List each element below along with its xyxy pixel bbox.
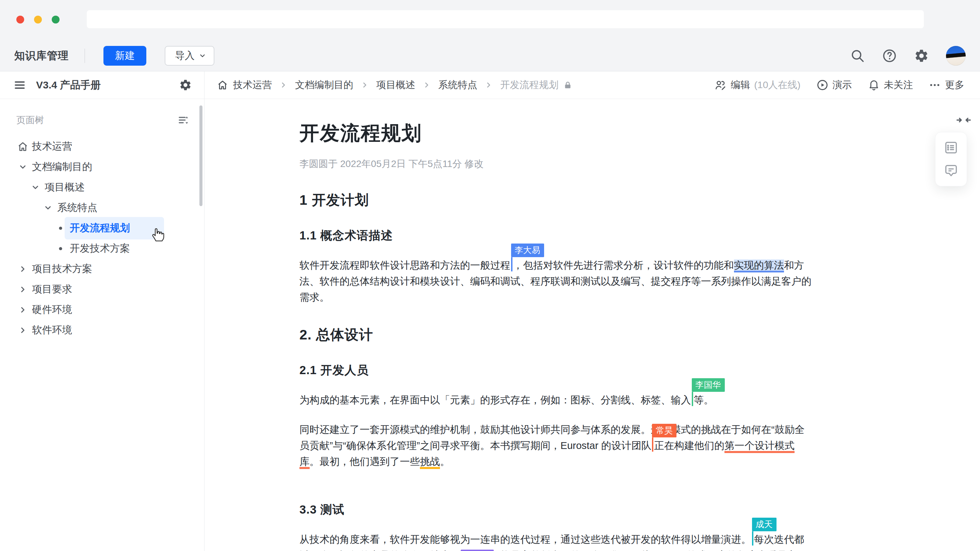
breadcrumb-item: 开发流程规划 — [500, 79, 558, 92]
follow-action[interactable]: 未关注 — [868, 79, 913, 92]
doc-text: 等。 — [694, 394, 714, 405]
chevron-right-icon — [16, 265, 30, 273]
sidebar-item[interactable]: 项目概述 — [0, 177, 204, 198]
edit-action[interactable]: 编辑 (10人在线) — [714, 79, 800, 92]
collab-cursor-label: 孙天扬 — [461, 549, 494, 551]
sidebar-item-label: 项目要求 — [32, 283, 72, 296]
breadcrumb-item[interactable]: 系统特点 — [438, 79, 477, 92]
help-icon[interactable] — [882, 48, 897, 63]
home-icon — [16, 141, 30, 152]
doc-byline: 李圆圆于 2022年05月2日 下午5点11分 修改 — [299, 157, 830, 170]
collab-cursor-label: 李国华 — [692, 378, 725, 392]
sidebar-item[interactable]: 开发技术方案 — [0, 238, 204, 259]
sidebar-item-label: 硬件环境 — [32, 303, 72, 317]
doc-heading: 3.3 测试 — [299, 502, 830, 518]
close-window-button[interactable] — [16, 16, 24, 24]
doc-heading: 2.1 开发人员 — [299, 362, 830, 378]
chevron-right-icon — [279, 81, 288, 89]
new-button[interactable]: 新建 — [103, 46, 146, 66]
collab-caret: 李大易 — [511, 257, 512, 272]
collab-caret: 常昊 — [652, 437, 653, 452]
zoom-window-button[interactable] — [52, 16, 60, 24]
collab-caret: 李国华 — [692, 392, 693, 406]
space-settings-icon[interactable] — [179, 79, 192, 92]
doc-text: 这产品可能是完整版本号的一个子集，但从 project 的或用户的角度来看是实用 — [460, 549, 807, 551]
more-dots-icon — [929, 79, 941, 91]
present-action[interactable]: 演示 — [816, 79, 852, 92]
import-button[interactable]: 导入 — [165, 46, 215, 66]
chevron-down-icon — [199, 52, 206, 60]
doc-actions: 编辑 (10人在线) 演示 未关注 更多 — [714, 79, 964, 92]
marked-text: 实现的算法 — [734, 259, 784, 272]
doc-text-line: 软件开发流程即软件设计思路和方法的一般过程李大易，包括对软件先进行需求分析，设计… — [299, 257, 830, 273]
import-button-label: 导入 — [175, 49, 195, 63]
sidebar-item-label: 文档编制目的 — [32, 160, 92, 174]
sidebar-item-label: 项目技术方案 — [32, 262, 92, 276]
doc-text-line: 库。最初，他们遇到了一些挑战。 — [299, 453, 830, 469]
edit-label: 编辑 — [730, 79, 750, 92]
content-area: 技术运营文档编制目的项目概述系统特点开发流程规划 编辑 (10人在线) 演示 未… — [205, 71, 980, 551]
minimize-window-button[interactable] — [34, 16, 42, 24]
chevron-down-icon — [41, 203, 55, 212]
sidebar-item[interactable]: 硬件环境 — [0, 300, 204, 320]
doc-heading: 2. 总体设计 — [299, 326, 830, 344]
collab-cursor-label: 常昊 — [652, 424, 676, 437]
chevron-right-icon — [485, 81, 493, 89]
doc-body[interactable]: 1 开发计划1.1 概念术语描述软件开发流程即软件设计思路和方法的一般过程李大易… — [299, 191, 830, 551]
sidebar-item[interactable]: 开发流程规划 — [0, 218, 204, 238]
chevron-right-icon — [361, 81, 369, 89]
doc-side-toolbar — [935, 132, 967, 186]
chevron-down-icon — [28, 183, 43, 192]
home-icon[interactable] — [217, 79, 228, 91]
sidebar-item[interactable]: 系统特点 — [0, 198, 204, 218]
page-title: 开发流程规划 — [299, 120, 830, 147]
doc-text: 正在构建他们的 — [654, 440, 724, 451]
browser-address-bar[interactable] — [87, 10, 924, 28]
chevron-right-icon — [16, 285, 30, 294]
marked-text: 挑战 — [420, 456, 440, 469]
doc-text-line: 法、软件的总体结构设计和模块设计、编码和调试、程序联调和测试以及编写、提交程序等… — [299, 273, 830, 289]
sidebar-item[interactable]: 软件环境 — [0, 320, 204, 340]
settings-gear-icon[interactable] — [914, 48, 929, 63]
doc-heading: 1.1 概念术语描述 — [299, 228, 830, 243]
tree-sort-icon[interactable] — [178, 114, 189, 126]
search-icon[interactable] — [850, 48, 865, 63]
sidebar-item[interactable]: 技术运营 — [0, 137, 204, 157]
breadcrumb-item[interactable]: 文档编制目的 — [295, 79, 353, 92]
breadcrumb-item[interactable]: 项目概述 — [376, 79, 415, 92]
online-count: (10人在线) — [754, 79, 800, 92]
sidebar-item[interactable]: 项目技术方案 — [0, 259, 204, 279]
breadcrumb-item[interactable]: 技术运营 — [233, 79, 272, 92]
sidebar-item-label: 软件环境 — [32, 324, 72, 337]
doc-text: 。最初，他们遇到了一些 — [310, 456, 420, 467]
sidebar-item-label: 系统特点 — [57, 201, 97, 214]
more-label: 更多 — [945, 79, 964, 92]
hamburger-menu-icon[interactable] — [14, 79, 26, 91]
user-avatar[interactable] — [946, 46, 966, 66]
doc-text: 和方 — [784, 259, 804, 271]
breadcrumb: 技术运营文档编制目的项目概述系统特点开发流程规划 — [217, 79, 572, 92]
outline-icon[interactable] — [943, 140, 959, 156]
doc-paragraph: 软件开发流程即软件设计思路和方法的一般过程李大易，包括对软件先进行需求分析，设计… — [299, 257, 830, 305]
collapse-arrows-icon[interactable] — [956, 114, 971, 126]
sidebar-item-label: 项目概述 — [45, 181, 85, 194]
app-title: 知识库管理 — [14, 49, 69, 63]
app-header: 知识库管理 新建 导入 — [0, 40, 980, 71]
doc-text: 员贡献”与“确保体系化管理”之间寻求平衡。本书撰写期间，Eurostar 的设计… — [299, 440, 651, 451]
divider — [84, 49, 85, 63]
doc-text-line: 需求。 — [299, 289, 830, 305]
lock-icon — [563, 81, 572, 90]
doc-text: 从技术的角度来看，软件开发能够视为一连串的迭代过程，通过这些迭代被开发的软件得以… — [299, 534, 751, 545]
play-circle-icon — [816, 79, 829, 91]
more-action[interactable]: 更多 — [929, 79, 964, 92]
sidebar-item[interactable]: 项目要求 — [0, 279, 204, 300]
doc-text: 同时还建立了一套开源模式的维护机制，鼓励其他设计师共同参与体系的发展。这个模式的… — [299, 424, 805, 435]
sidebar-scrollbar[interactable] — [199, 105, 202, 206]
comment-icon[interactable] — [943, 163, 959, 179]
doc-text-line: 从技术的角度来看，软件开发能够视为一连串的迭代过程，通过这些迭代被开发的软件得以… — [299, 531, 830, 547]
collab-cursor-label: 李大易 — [511, 243, 544, 257]
content-header: 技术运营文档编制目的项目概述系统特点开发流程规划 编辑 (10人在线) 演示 未… — [205, 71, 980, 99]
sidebar-item[interactable]: 文档编制目的 — [0, 157, 204, 177]
browser-chrome: 知识库管理 新建 导入 — [0, 0, 980, 71]
doc-text: 软件开发流程即软件设计思路和方法的一般过程 — [299, 259, 511, 271]
